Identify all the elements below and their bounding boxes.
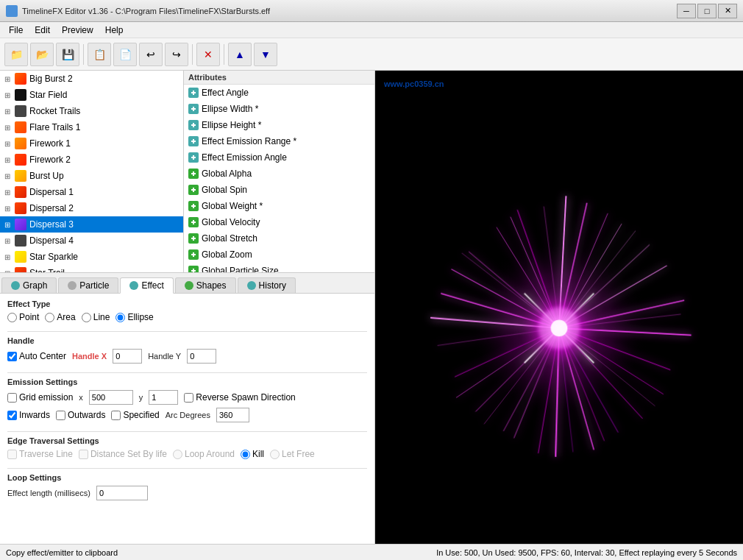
- let-free-radio[interactable]: Let Free: [270, 449, 315, 459]
- loop-around-label: Loop Around: [185, 449, 235, 459]
- tab-shapes[interactable]: Shapes: [175, 277, 236, 293]
- handle-y-label: Handle Y: [148, 352, 181, 361]
- toolbar-copy[interactable]: 📋: [88, 43, 111, 66]
- minimize-button[interactable]: ─: [677, 4, 696, 18]
- expand-icon[interactable]: ⊞: [3, 75, 12, 83]
- attr-ellipse-width[interactable]: Ellipse Width *: [184, 101, 374, 117]
- toolbar-open[interactable]: 📂: [30, 43, 54, 66]
- inwards-check[interactable]: Inwards: [7, 410, 50, 420]
- effect-item-flare-trails[interactable]: ⊞ Flare Trails 1: [0, 119, 183, 135]
- tab-effect[interactable]: Effect: [120, 277, 173, 294]
- attr-global-weight[interactable]: Global Weight *: [184, 198, 374, 214]
- effect-item-rocket-trails[interactable]: ⊞ Rocket Trails: [0, 103, 183, 119]
- autocenter-check[interactable]: Auto Center: [7, 351, 66, 361]
- attr-emission-range[interactable]: Effect Emission Range *: [184, 133, 374, 149]
- attr-global-stretch[interactable]: Global Stretch: [184, 230, 374, 247]
- effect-item-burst-up[interactable]: ⊞ Burst Up: [0, 168, 183, 184]
- attr-emission-angle[interactable]: Effect Emission Angle: [184, 149, 374, 166]
- outwards-check[interactable]: Outwards: [56, 410, 105, 420]
- attr-global-spin[interactable]: Global Spin: [184, 182, 374, 198]
- radio-ellipse[interactable]: Ellipse: [115, 312, 153, 322]
- grid-emission-check[interactable]: Grid emission: [7, 392, 73, 403]
- kill-input[interactable]: [241, 450, 250, 459]
- toolbar-new[interactable]: 📁: [4, 43, 28, 66]
- radio-point-input[interactable]: [7, 313, 17, 322]
- traverse-line-check[interactable]: Traverse Line: [7, 449, 73, 459]
- autocenter-input[interactable]: [7, 352, 17, 361]
- radio-point-label: Point: [19, 312, 39, 322]
- effect-item-dispersal-4[interactable]: ⊞ Dispersal 4: [0, 233, 183, 249]
- specified-input[interactable]: [111, 411, 121, 420]
- radio-area-input[interactable]: [45, 313, 54, 322]
- loop-around-radio[interactable]: Loop Around: [173, 449, 235, 459]
- grid-emission-input[interactable]: [7, 393, 17, 403]
- toolbar-save[interactable]: 💾: [56, 43, 79, 66]
- expand-icon[interactable]: ⊞: [3, 124, 12, 132]
- effect-item-star-sparkle[interactable]: ⊞ Star Sparkle: [0, 249, 183, 265]
- effect-item-firework-2[interactable]: ⊞ Firework 2: [0, 152, 183, 168]
- grid-x-input[interactable]: [89, 390, 133, 405]
- handle-x-input[interactable]: [113, 349, 142, 364]
- tab-graph[interactable]: Graph: [1, 277, 57, 293]
- attr-global-particle-size[interactable]: Global Particle Size: [184, 263, 374, 272]
- effect-item-star-field[interactable]: ⊞ Star Field: [0, 87, 183, 103]
- attr-global-velocity[interactable]: Global Velocity: [184, 214, 374, 230]
- effect-item-dispersal-2[interactable]: ⊞ Dispersal 2: [0, 200, 183, 216]
- expand-icon[interactable]: ⊞: [3, 253, 12, 261]
- handle-y-input[interactable]: [187, 349, 216, 364]
- expand-icon[interactable]: ⊞: [3, 107, 12, 116]
- radio-line[interactable]: Line: [82, 312, 110, 322]
- radio-point[interactable]: Point: [7, 312, 39, 322]
- effect-item-firework-1[interactable]: ⊞ Firework 1: [0, 135, 183, 152]
- menu-file[interactable]: File: [3, 24, 29, 37]
- tab-effect-label: Effect: [141, 280, 163, 291]
- toolbar-undo[interactable]: ↩: [139, 43, 163, 66]
- expand-icon[interactable]: ⊞: [3, 172, 12, 180]
- maximize-button[interactable]: □: [697, 4, 717, 18]
- toolbar-down[interactable]: ▼: [254, 43, 277, 66]
- attr-effect-angle[interactable]: Effect Angle: [184, 85, 374, 101]
- handle-label: Handle: [7, 336, 367, 345]
- outwards-input[interactable]: [56, 411, 65, 420]
- attr-ellipse-height[interactable]: Ellipse Height *: [184, 117, 374, 133]
- reverse-spawn-check[interactable]: Reverse Spawn Direction: [184, 392, 295, 403]
- effect-length-input[interactable]: [96, 486, 148, 500]
- close-button[interactable]: ✕: [718, 4, 737, 18]
- toolbar-delete[interactable]: ✕: [196, 43, 220, 66]
- toolbar-paste[interactable]: 📄: [113, 43, 137, 66]
- effect-item-dispersal-1[interactable]: ⊞ Dispersal 1: [0, 184, 183, 200]
- tab-particle[interactable]: Particle: [58, 277, 118, 293]
- radio-ellipse-input[interactable]: [115, 313, 125, 322]
- tab-history[interactable]: History: [238, 277, 296, 293]
- divider-3: [7, 431, 367, 432]
- reverse-spawn-input[interactable]: [184, 393, 193, 403]
- expand-icon[interactable]: ⊞: [3, 205, 12, 213]
- expand-icon[interactable]: ⊞: [3, 269, 12, 273]
- inwards-input[interactable]: [7, 411, 17, 420]
- effect-item-big-burst-2[interactable]: ⊞ Big Burst 2: [0, 71, 183, 87]
- expand-icon[interactable]: ⊞: [3, 91, 12, 99]
- radio-area[interactable]: Area: [45, 312, 75, 322]
- distance-life-check[interactable]: Distance Set By life: [79, 449, 167, 459]
- specified-check[interactable]: Specified: [111, 410, 159, 420]
- radio-line-input[interactable]: [82, 313, 91, 322]
- toolbar-redo[interactable]: ↪: [165, 43, 188, 66]
- grid-y-input[interactable]: [149, 390, 178, 405]
- expand-icon[interactable]: ⊞: [3, 156, 12, 164]
- attr-global-alpha[interactable]: Global Alpha: [184, 166, 374, 182]
- effect-item-dispersal-3[interactable]: ⊞ Dispersal 3: [0, 216, 183, 233]
- effect-name: Dispersal 1: [29, 187, 74, 197]
- expand-icon[interactable]: ⊞: [3, 140, 12, 148]
- menu-edit[interactable]: Edit: [29, 24, 56, 37]
- attr-global-zoom[interactable]: Global Zoom: [184, 247, 374, 263]
- expand-icon[interactable]: ⊞: [3, 237, 12, 245]
- effect-item-star-trail[interactable]: ⊞ Star Trail: [0, 265, 183, 272]
- arc-degrees-label: Arc Degrees: [166, 411, 210, 419]
- expand-icon[interactable]: ⊞: [3, 188, 12, 196]
- kill-radio[interactable]: Kill: [241, 449, 264, 459]
- menu-help[interactable]: Help: [99, 24, 129, 37]
- expand-icon[interactable]: ⊞: [3, 221, 12, 229]
- toolbar-up[interactable]: ▲: [228, 43, 252, 66]
- arc-degrees-input[interactable]: [216, 408, 249, 422]
- menu-preview[interactable]: Preview: [56, 24, 99, 37]
